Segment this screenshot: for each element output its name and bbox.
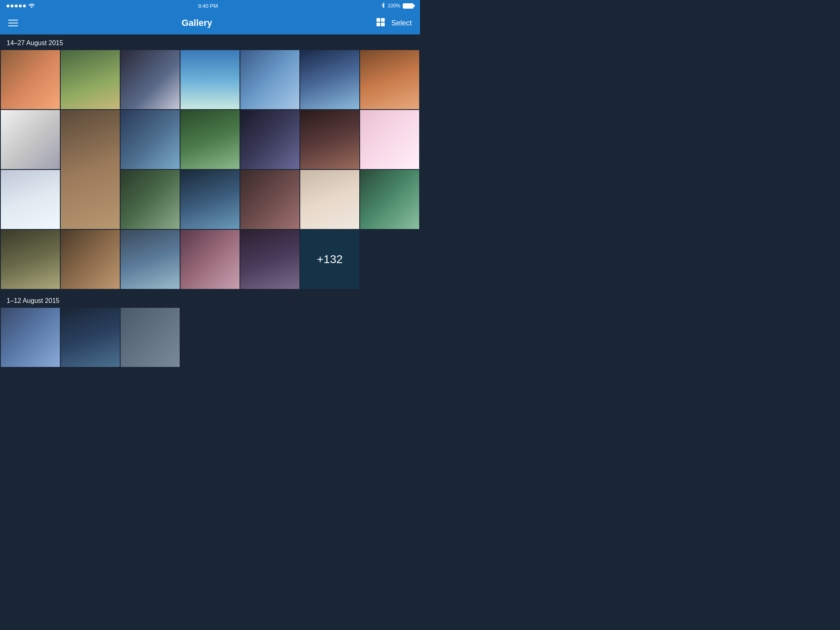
photo-cell[interactable]	[180, 170, 240, 229]
photo-cell[interactable]	[121, 308, 180, 367]
battery-fill	[404, 4, 413, 8]
navigation-bar: Gallery Select	[0, 11, 420, 34]
photo-row-bottom	[0, 308, 420, 367]
hamburger-line-1	[8, 20, 18, 21]
photo-rows-2-3	[0, 110, 420, 229]
photo-cell[interactable]	[180, 50, 240, 109]
photo-cell[interactable]	[180, 110, 240, 169]
signal-dot-1	[7, 5, 9, 7]
photo-cell[interactable]	[180, 230, 240, 289]
photo-cell[interactable]	[121, 230, 180, 289]
photo-cell[interactable]	[360, 170, 419, 229]
signal-dot-4	[19, 5, 22, 7]
signal-dot-5	[23, 5, 26, 7]
photo-cell-tall[interactable]	[61, 110, 120, 229]
signal-dot-3	[15, 5, 18, 7]
menu-button[interactable]	[8, 20, 18, 26]
signal-dot-2	[11, 5, 14, 7]
photo-cell[interactable]	[300, 170, 359, 229]
battery-icon	[403, 3, 413, 9]
photo-cell[interactable]	[300, 110, 359, 169]
gallery-content: 14–27 August 2015	[0, 34, 420, 367]
signal-dots	[7, 5, 26, 7]
svg-rect-3	[381, 23, 385, 26]
select-button[interactable]: Select	[391, 19, 412, 27]
photo-row-4: +132	[0, 230, 420, 289]
date-section-1: 14–27 August 2015	[0, 34, 420, 289]
photo-cell[interactable]	[300, 50, 359, 109]
svg-rect-0	[377, 18, 380, 22]
hamburger-line-3	[8, 25, 18, 26]
bluetooth-icon	[381, 2, 385, 9]
photo-cell[interactable]	[1, 230, 60, 289]
photo-cell[interactable]	[240, 230, 299, 289]
photo-cell[interactable]	[61, 50, 120, 109]
status-right: 100%	[381, 2, 413, 9]
nav-actions: Select	[376, 17, 412, 29]
photo-cell[interactable]	[1, 110, 60, 169]
more-count[interactable]: +132	[300, 230, 359, 289]
status-time: 9:40 PM	[198, 3, 218, 9]
photo-cell[interactable]	[61, 308, 120, 367]
page-title: Gallery	[182, 18, 212, 28]
photo-cell[interactable]	[1, 50, 60, 109]
photo-cell[interactable]	[121, 50, 180, 109]
photo-cell[interactable]	[240, 50, 299, 109]
date-label-1: 14–27 August 2015	[0, 34, 420, 50]
svg-rect-1	[381, 18, 385, 22]
wifi-icon	[28, 3, 35, 9]
status-bar: 9:40 PM 100%	[0, 0, 420, 11]
hamburger-line-2	[8, 23, 18, 23]
photo-cell[interactable]	[61, 230, 120, 289]
photo-row-1	[0, 50, 420, 109]
photo-cell[interactable]	[360, 50, 419, 109]
battery-percent: 100%	[388, 3, 400, 9]
photo-cell[interactable]	[121, 110, 180, 169]
more-photos-cell[interactable]: +132	[300, 230, 359, 289]
photo-cell[interactable]	[360, 110, 419, 169]
grid-view-icon[interactable]	[376, 17, 386, 29]
date-section-2: 1–12 August 2015	[0, 292, 420, 367]
photo-cell[interactable]	[240, 110, 299, 169]
status-left	[7, 3, 35, 9]
photo-cell[interactable]	[1, 308, 60, 367]
photo-cell[interactable]	[240, 170, 299, 229]
svg-rect-2	[377, 23, 380, 26]
photo-cell[interactable]	[1, 170, 60, 229]
photo-cell[interactable]	[121, 170, 180, 229]
date-label-2: 1–12 August 2015	[0, 292, 420, 308]
